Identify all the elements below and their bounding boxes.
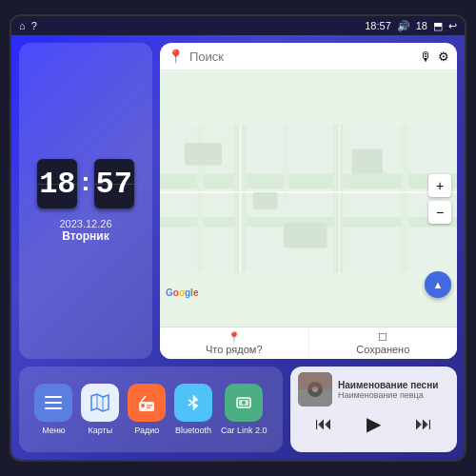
home-icon[interactable]: ⌂ [19, 20, 26, 31]
play-button[interactable]: ▶ [361, 410, 387, 437]
zoom-in-button[interactable]: + [428, 174, 451, 197]
music-controls: ⏮ ▶ ⏭ [298, 410, 449, 437]
music-player: Наименование песни Наименование певца ⏮ … [290, 367, 457, 452]
artist-name: Наименование певца [338, 390, 449, 400]
svg-rect-4 [333, 125, 343, 273]
map-footer: 📍 Что рядом? ☐ Сохранено [160, 327, 457, 359]
song-title: Наименование песни [338, 380, 449, 390]
svg-point-23 [141, 404, 145, 407]
svg-rect-15 [45, 396, 62, 398]
maps-app-label: Карты [89, 426, 113, 435]
maps-app-item[interactable]: Карты [81, 384, 119, 435]
volume-icon: 🔊 [397, 20, 410, 32]
main-screen: 18 : 57 2023.12.26 Вторник 📍 🎙 ⚙ [11, 35, 465, 460]
navigation-button[interactable]: ▲ [425, 271, 451, 298]
bluetooth-app-label: Bluetooth [175, 426, 211, 435]
svg-rect-16 [45, 402, 62, 404]
top-section: 18 : 57 2023.12.26 Вторник 📍 🎙 ⚙ [19, 43, 457, 359]
battery-level: 18 [416, 20, 427, 31]
carlink-app-icon [225, 384, 263, 422]
clock-widget: 18 : 57 2023.12.26 Вторник [19, 43, 152, 359]
device-frame: ⌂ ? 18:57 🔊 18 ⬒ ↩ 18 : 57 2023.12.26 Вт… [10, 14, 466, 462]
status-left-icons: ⌂ ? [19, 20, 37, 31]
clock-hour: 18 [37, 159, 77, 208]
clock-colon: : [81, 167, 89, 197]
radio-app-label: Радио [134, 426, 159, 435]
svg-rect-32 [298, 372, 332, 389]
microphone-icon[interactable]: 🎙 [420, 50, 432, 64]
music-top: Наименование песни Наименование певца [298, 372, 449, 407]
back-icon[interactable]: ↩ [448, 20, 457, 32]
zoom-out-button[interactable]: − [428, 201, 451, 224]
saved-label: Сохранено [356, 344, 409, 355]
svg-rect-14 [284, 224, 327, 248]
map-roads-svg [160, 70, 457, 327]
menu-app-label: Меню [42, 426, 65, 435]
map-search-input[interactable] [189, 50, 414, 64]
svg-rect-7 [284, 125, 288, 199]
prev-button[interactable]: ⏮ [309, 412, 338, 436]
svg-rect-12 [253, 192, 278, 209]
nearby-button[interactable]: 📍 Что рядом? [160, 327, 309, 359]
album-art [298, 372, 332, 407]
flip-clock: 18 : 57 [37, 159, 133, 208]
menu-app-item[interactable]: Меню [34, 384, 72, 435]
svg-rect-25 [147, 407, 150, 409]
svg-rect-13 [352, 149, 384, 174]
radio-app-icon [128, 384, 166, 422]
radio-app-item[interactable]: Радио [128, 384, 166, 435]
clock-date: 2023.12.26 [59, 218, 111, 229]
svg-rect-24 [147, 405, 152, 407]
svg-rect-1 [160, 174, 457, 189]
google-logo: Google [166, 288, 198, 298]
bluetooth-app-item[interactable]: Bluetooth [174, 384, 212, 435]
map-search-bar[interactable]: 📍 🎙 ⚙ [160, 43, 457, 70]
saved-button[interactable]: ☐ Сохранено [309, 327, 458, 359]
carlink-app-label: Car Link 2.0 [221, 426, 268, 435]
map-zoom-controls[interactable]: + − [428, 174, 451, 224]
bottom-section: Меню Карты [19, 367, 457, 452]
car-icon: ⬒ [433, 20, 443, 32]
svg-rect-11 [185, 143, 222, 165]
clock-minute: 57 [94, 159, 134, 208]
map-area[interactable]: Google + − ▲ [160, 70, 457, 327]
carlink-app-item[interactable]: Car Link 2.0 [221, 384, 268, 435]
music-info: Наименование песни Наименование певца [338, 380, 449, 400]
nearby-label: Что рядом? [206, 344, 263, 355]
maps-app-icon [81, 384, 119, 422]
map-pin-icon: 📍 [168, 49, 184, 64]
menu-app-icon [34, 384, 72, 422]
clock-day: Вторник [62, 229, 109, 243]
nearby-icon: 📍 [228, 331, 241, 344]
bluetooth-app-icon [174, 384, 212, 422]
status-bar: ⌂ ? 18:57 🔊 18 ⬒ ↩ [11, 16, 465, 35]
status-time: 18:57 [365, 20, 391, 31]
svg-rect-5 [402, 125, 409, 273]
svg-marker-18 [91, 394, 109, 411]
svg-point-28 [242, 401, 246, 405]
question-icon[interactable]: ? [31, 20, 37, 31]
svg-rect-17 [45, 407, 62, 409]
map-gear-icon[interactable]: ⚙ [438, 50, 449, 64]
app-dock: Меню Карты [19, 367, 283, 452]
map-widget[interactable]: 📍 🎙 ⚙ [160, 43, 457, 359]
saved-icon: ☐ [378, 331, 387, 344]
next-button[interactable]: ⏭ [409, 412, 438, 436]
svg-line-22 [141, 396, 146, 402]
